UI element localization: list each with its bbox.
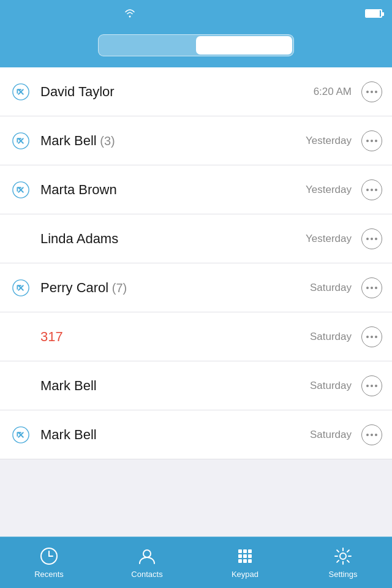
more-button[interactable]: [361, 81, 382, 102]
contacts-icon: [137, 546, 157, 566]
svg-rect-13: [243, 554, 247, 558]
more-dots-icon: [366, 140, 377, 142]
call-list: David Taylor6:20 AM Mark Bell (3)Yesterd…: [0, 67, 392, 459]
tab-bar: Recents Contacts Keypad: [0, 537, 392, 588]
more-dots-icon: [366, 434, 377, 436]
svg-rect-9: [238, 549, 242, 553]
more-dots-icon: [366, 336, 377, 338]
svg-point-18: [340, 553, 346, 559]
recents-icon: [39, 546, 59, 566]
call-name: Mark Bell: [40, 427, 310, 443]
svg-rect-11: [248, 549, 252, 553]
tab-contacts[interactable]: Contacts: [98, 537, 196, 588]
more-button[interactable]: [361, 375, 382, 396]
call-name: Marta Brown: [40, 182, 306, 198]
call-item[interactable]: David Taylor6:20 AM: [0, 67, 392, 116]
missed-call-icon: [10, 130, 32, 152]
call-time: Saturday: [310, 282, 352, 294]
call-time: Yesterday: [306, 135, 352, 147]
more-button[interactable]: [361, 179, 382, 200]
wifi-icon: [124, 9, 135, 18]
battery-icon: [365, 9, 382, 18]
call-name: Mark Bell: [40, 378, 310, 394]
call-item[interactable]: Marta BrownYesterday: [0, 165, 392, 214]
svg-rect-17: [248, 559, 252, 563]
call-name: Perry Carol (7): [40, 280, 310, 296]
segmented-control: [98, 34, 294, 56]
recents-label: Recents: [34, 570, 64, 579]
missed-call-icon: [10, 179, 32, 201]
call-name: Mark Bell (3): [40, 133, 306, 149]
settings-label: Settings: [329, 570, 358, 579]
call-item[interactable]: Linda AdamsYesterday: [0, 214, 392, 263]
tab-keypad[interactable]: Keypad: [196, 537, 294, 588]
tab-settings[interactable]: Settings: [294, 537, 392, 588]
call-item[interactable]: Mark BellSaturday: [0, 410, 392, 459]
status-bar: [0, 0, 392, 27]
call-count: (7): [108, 281, 127, 295]
svg-rect-12: [238, 554, 242, 558]
more-button[interactable]: [361, 277, 382, 298]
svg-rect-16: [243, 559, 247, 563]
keypad-label: Keypad: [232, 570, 258, 579]
missed-call-icon: [10, 424, 32, 446]
call-item[interactable]: 317Saturday: [0, 312, 392, 361]
call-item[interactable]: Mark Bell (3)Yesterday: [0, 116, 392, 165]
more-dots-icon: [366, 91, 377, 93]
call-item[interactable]: Mark BellSaturday: [0, 361, 392, 410]
contacts-label: Contacts: [131, 570, 162, 579]
call-count: (3): [97, 134, 115, 148]
more-button[interactable]: [361, 130, 382, 151]
tab-recents[interactable]: Recents: [0, 537, 98, 588]
more-dots-icon: [366, 385, 377, 387]
more-dots-icon: [366, 189, 377, 191]
call-time: Yesterday: [306, 233, 352, 245]
call-name: 317: [40, 329, 310, 345]
svg-rect-14: [248, 554, 252, 558]
more-dots-icon: [366, 238, 377, 240]
call-time: Saturday: [310, 331, 352, 343]
header: [0, 27, 392, 67]
call-time: 6:20 AM: [314, 86, 352, 98]
call-item[interactable]: Perry Carol (7)Saturday: [0, 263, 392, 312]
call-name: David Taylor: [40, 84, 314, 100]
settings-icon: [333, 546, 353, 566]
more-button[interactable]: [361, 424, 382, 445]
call-time: Saturday: [310, 429, 352, 441]
call-time: Saturday: [310, 380, 352, 392]
more-button[interactable]: [361, 228, 382, 249]
svg-rect-10: [243, 549, 247, 553]
missed-tab[interactable]: [196, 36, 292, 55]
more-dots-icon: [366, 287, 377, 289]
missed-call-icon: [10, 277, 32, 299]
keypad-icon: [235, 546, 255, 566]
call-time: Yesterday: [306, 184, 352, 196]
missed-call-icon: [10, 81, 32, 103]
more-button[interactable]: [361, 326, 382, 347]
svg-rect-15: [238, 559, 242, 563]
call-name: Linda Adams: [40, 231, 306, 247]
svg-point-8: [143, 550, 151, 557]
all-tab[interactable]: [99, 35, 195, 56]
